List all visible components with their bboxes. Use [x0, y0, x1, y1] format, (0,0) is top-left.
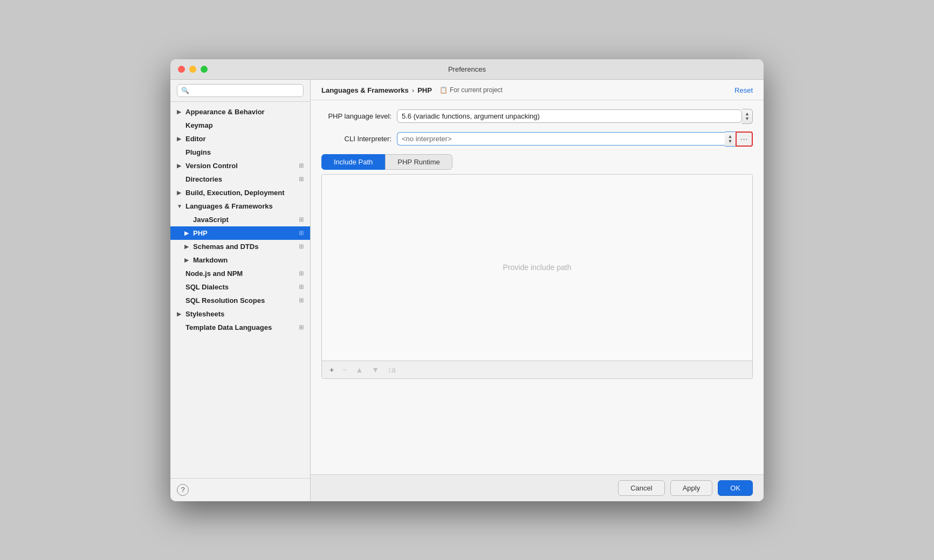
select-arrows-icon: ▲ ▼ [742, 109, 753, 124]
preferences-window: Preferences 🔍 ▶ Appearance & Behavior ▶ [170, 59, 764, 501]
sidebar-item-php[interactable]: ▶ PHP ⊞ [170, 226, 310, 240]
php-language-level-control: 5.6 (variadic functions, argument unpack… [397, 109, 753, 124]
sidebar-item-label: Node.js and NPM [186, 269, 243, 278]
main-header: Languages & Frameworks › PHP 📋 For curre… [311, 80, 764, 100]
copy-icon: ⊞ [299, 162, 304, 169]
main-body: PHP language level: 5.6 (variadic functi… [311, 100, 764, 474]
copy-icon: ⊞ [299, 297, 304, 304]
sidebar-item-javascript[interactable]: ▶ JavaScript ⊞ [170, 213, 310, 226]
close-button[interactable] [178, 66, 185, 73]
sidebar-item-label: Template Data Languages [186, 323, 272, 331]
ok-button[interactable]: OK [718, 480, 753, 496]
sidebar-item-label: JavaScript [193, 216, 229, 224]
add-button[interactable]: + [327, 364, 336, 375]
tab-include-path[interactable]: Include Path [321, 154, 385, 170]
cli-interpreter-input[interactable] [397, 132, 725, 146]
apply-button[interactable]: Apply [670, 480, 713, 496]
include-path-panel: Provide include path + − ▲ ▼ ↕a [321, 174, 753, 379]
sidebar-item-sql-resolution[interactable]: ▶ SQL Resolution Scopes ⊞ [170, 294, 310, 307]
sidebar-item-nodejs[interactable]: ▶ Node.js and NPM ⊞ [170, 267, 310, 280]
move-up-button[interactable]: ▲ [353, 364, 365, 375]
sidebar-item-schemas-dtds[interactable]: ▶ Schemas and DTDs ⊞ [170, 240, 310, 253]
sidebar-item-template-data[interactable]: ▶ Template Data Languages ⊞ [170, 321, 310, 334]
chevron-right-icon: ▶ [177, 109, 184, 115]
sidebar-item-label: Directories [186, 175, 222, 183]
tab-php-runtime[interactable]: PHP Runtime [385, 154, 452, 170]
sort-button[interactable]: ↕a [386, 364, 398, 375]
breadcrumb-parent: Languages & Frameworks [321, 86, 409, 94]
sidebar-item-markdown[interactable]: ▶ Markdown [170, 253, 310, 267]
sidebar-item-directories[interactable]: ▶ Directories ⊞ [170, 172, 310, 186]
php-language-level-row: PHP language level: 5.6 (variadic functi… [321, 109, 753, 124]
sidebar-item-sql-dialects[interactable]: ▶ SQL Dialects ⊞ [170, 280, 310, 294]
maximize-button[interactable] [201, 66, 208, 73]
chevron-right-icon: ▶ [177, 311, 184, 317]
minimize-button[interactable] [189, 66, 196, 73]
sidebar-item-stylesheets[interactable]: ▶ Stylesheets [170, 307, 310, 321]
sidebar-item-keymap[interactable]: ▶ Keymap [170, 119, 310, 132]
sidebar-item-label: Appearance & Behavior [186, 108, 265, 116]
copy-icon: ⊞ [299, 324, 304, 331]
copy-icon: ⊞ [299, 270, 304, 277]
sidebar-item-editor[interactable]: ▶ Editor [170, 132, 310, 146]
sidebar-item-label: Plugins [186, 148, 211, 156]
chevron-right-icon: ▶ [184, 257, 192, 263]
sidebar-footer: ? [170, 478, 310, 501]
copy-icon: ⊞ [299, 243, 304, 250]
sidebar: 🔍 ▶ Appearance & Behavior ▶ Keymap ▶ [170, 80, 311, 501]
sidebar-item-label: Languages & Frameworks [186, 202, 273, 210]
sidebar-item-version-control[interactable]: ▶ Version Control ⊞ [170, 159, 310, 172]
main-content: 🔍 ▶ Appearance & Behavior ▶ Keymap ▶ [170, 80, 764, 501]
sidebar-items: ▶ Appearance & Behavior ▶ Keymap ▶ Edito… [170, 102, 310, 478]
project-icon: 📋 [439, 86, 448, 94]
sidebar-item-label: SQL Dialects [186, 283, 229, 291]
sidebar-item-label: PHP [193, 229, 208, 237]
titlebar: Preferences [170, 59, 764, 80]
sidebar-item-label: Keymap [186, 121, 213, 129]
panel-placeholder: Provide include path [322, 175, 752, 361]
sidebar-item-build-execution[interactable]: ▶ Build, Execution, Deployment [170, 186, 310, 199]
copy-icon: ⊞ [299, 230, 304, 237]
chevron-right-icon: ▶ [184, 230, 192, 236]
main-panel: Languages & Frameworks › PHP 📋 For curre… [311, 80, 764, 501]
search-input[interactable] [177, 84, 304, 97]
cli-interpreter-row: CLI Interpreter: ▲ ▼ ··· [321, 132, 753, 147]
cancel-button[interactable]: Cancel [618, 480, 664, 496]
chevron-right-icon: ▶ [177, 136, 184, 142]
reset-button[interactable]: Reset [734, 86, 753, 94]
main-footer: Cancel Apply OK [311, 474, 764, 501]
sidebar-item-label: Schemas and DTDs [193, 243, 258, 251]
interpreter-arrows-icon: ▲ ▼ [725, 132, 736, 147]
interpreter-browse-button[interactable]: ··· [736, 132, 753, 147]
sidebar-item-plugins[interactable]: ▶ Plugins [170, 146, 310, 159]
window-controls [178, 66, 208, 73]
move-down-button[interactable]: ▼ [369, 364, 381, 375]
help-button[interactable]: ? [177, 484, 189, 496]
sidebar-search-area: 🔍 [170, 80, 310, 102]
for-project-label: 📋 For current project [439, 86, 503, 94]
breadcrumb-current: PHP [417, 86, 432, 94]
chevron-down-icon: ▼ [177, 203, 184, 209]
tabs-section: Include Path PHP Runtime Provide include… [321, 154, 753, 379]
copy-icon: ⊞ [299, 284, 304, 291]
php-language-level-select[interactable]: 5.6 (variadic functions, argument unpack… [397, 109, 742, 123]
sidebar-item-languages-frameworks[interactable]: ▼ Languages & Frameworks [170, 199, 310, 213]
remove-button[interactable]: − [340, 364, 349, 375]
panel-toolbar: + − ▲ ▼ ↕a [322, 361, 752, 378]
sidebar-item-label: Stylesheets [186, 310, 224, 318]
chevron-right-icon: ▶ [184, 244, 192, 250]
sidebar-item-appearance[interactable]: ▶ Appearance & Behavior [170, 105, 310, 119]
chevron-right-icon: ▶ [177, 163, 184, 169]
cli-interpreter-label: CLI Interpreter: [321, 135, 392, 143]
tabs-row: Include Path PHP Runtime [321, 154, 753, 170]
cli-interpreter-control: ▲ ▼ ··· [397, 132, 753, 147]
breadcrumb-separator: › [412, 86, 414, 94]
copy-icon: ⊞ [299, 216, 304, 223]
sidebar-item-label: Version Control [186, 162, 238, 170]
php-language-level-label: PHP language level: [321, 112, 392, 120]
sidebar-item-label: Markdown [193, 256, 228, 264]
sidebar-item-label: SQL Resolution Scopes [186, 296, 265, 305]
sidebar-item-label: Editor [186, 135, 206, 143]
window-title: Preferences [448, 65, 486, 73]
sidebar-item-label: Build, Execution, Deployment [186, 189, 284, 197]
